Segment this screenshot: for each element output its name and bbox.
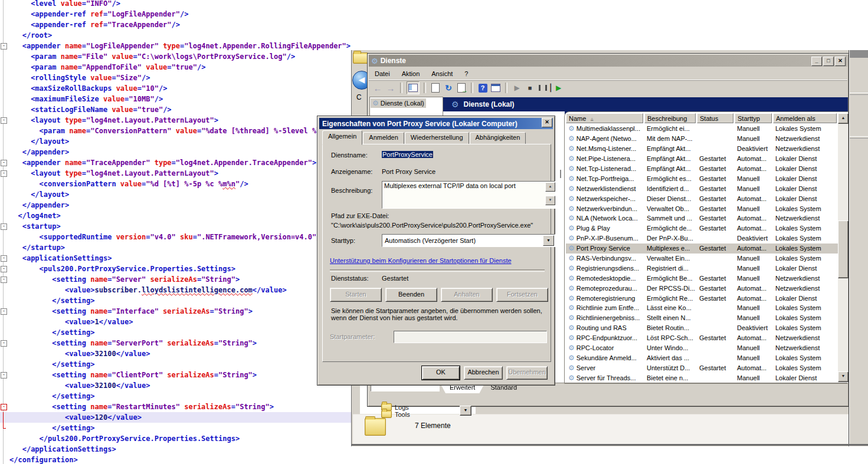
fold-marker[interactable] — [0, 444, 9, 455]
fold-marker[interactable] — [0, 285, 9, 295]
fold-marker[interactable] — [0, 41, 9, 51]
fold-marker[interactable] — [0, 253, 9, 264]
fold-marker[interactable] — [0, 391, 9, 402]
fold-marker[interactable] — [0, 9, 9, 19]
column-header-name[interactable]: Name ▲ — [566, 113, 643, 123]
fold-marker[interactable] — [0, 380, 9, 391]
fold-marker[interactable] — [0, 126, 9, 136]
fold-marker[interactable] — [0, 242, 9, 253]
fold-marker[interactable] — [0, 73, 9, 83]
abbrechen-button[interactable]: Abbrechen — [464, 366, 503, 380]
fold-marker[interactable] — [0, 338, 9, 348]
table-row[interactable]: ⚙Remoteregistrierung Ermöglicht Re... Ge… — [566, 293, 838, 303]
dienstname-value[interactable]: PortProxyService — [382, 151, 433, 158]
beschreibung-textarea[interactable]: Multiplexes external TCP/IP data on loca… — [382, 181, 555, 209]
combo-dropdown-icon[interactable]: ▼ — [543, 235, 554, 246]
table-row[interactable]: ⚙Net.Msmq-Listener... Empfängt Akt... De… — [566, 144, 838, 154]
menu-item[interactable]: Datei — [369, 69, 396, 78]
starten-button[interactable]: Starten — [330, 288, 382, 302]
column-header-status[interactable]: Status — [697, 113, 733, 123]
scroll-up-icon[interactable]: ▲ — [545, 182, 555, 192]
minimize-button[interactable]: _ — [811, 57, 822, 66]
refresh-icon[interactable]: ↻ — [443, 83, 454, 93]
fold-marker[interactable] — [0, 402, 9, 412]
vertical-scrollbar[interactable]: ▲ ▼ — [838, 113, 847, 382]
fold-marker[interactable] — [0, 30, 9, 41]
column-header-anmelden-als[interactable]: Anmelden als — [773, 113, 837, 123]
pause-service-icon[interactable] — [538, 83, 548, 93]
folder-row[interactable]: Tools — [381, 410, 410, 418]
dialog-titlebar[interactable]: Eigenschaften von Port Proxy Service (Lo… — [319, 118, 553, 129]
maximize-button[interactable]: □ — [823, 57, 834, 66]
scroll-down-icon[interactable]: ▼ — [545, 196, 555, 205]
fold-marker[interactable] — [0, 423, 9, 433]
table-row[interactable]: ⚙Remoteprozedurau... Der RPCSS-Di... Ges… — [566, 283, 838, 293]
services-titlebar[interactable]: ⚙ Dienste _ □ ✕ — [369, 55, 847, 67]
fold-marker[interactable] — [0, 327, 9, 338]
fold-marker[interactable] — [0, 348, 9, 359]
table-row[interactable]: ⚙Netzwerklistendienst Identifiziert d...… — [566, 183, 838, 193]
table-row[interactable]: ⚙Sekundäre Anmeld... Aktiviert das ... M… — [566, 353, 838, 363]
dropdown-arrow-icon[interactable]: ▼ — [460, 406, 471, 416]
fold-marker[interactable] — [0, 136, 9, 147]
table-row[interactable]: ⚙Port Proxy Service Multiplexes e... Ges… — [566, 243, 838, 254]
fold-marker[interactable] — [0, 317, 9, 327]
close-button[interactable]: ✕ — [835, 57, 846, 66]
fold-marker[interactable] — [0, 232, 9, 242]
table-row[interactable]: ⚙Server für Threads... Bietet eine n... … — [566, 373, 838, 383]
code-line[interactable]: </configuration> — [0, 455, 868, 464]
table-row[interactable]: ⚙Netzwerkspeicher-... Dieser Dienst... G… — [566, 193, 838, 203]
table-row[interactable]: ⚙NLA (Network Loca... Sammelt und ... Ge… — [566, 213, 838, 223]
fold-marker[interactable] — [0, 115, 9, 126]
fold-marker[interactable] — [0, 83, 9, 94]
table-row[interactable]: ⚙Netzwerkverbindun... Verwaltet Ob... Ge… — [566, 203, 838, 213]
table-row[interactable]: ⚙Net.Pipe-Listenera... Empfängt Akt... G… — [566, 154, 838, 164]
starttyp-combobox[interactable]: Automatisch (Verzögerter Start) ▼ — [382, 234, 555, 247]
fold-marker[interactable] — [0, 200, 9, 210]
startoptions-link[interactable]: Unterstützung beim Konfigurieren der Sta… — [330, 257, 512, 264]
extended-view-icon[interactable] — [490, 83, 501, 93]
fold-marker[interactable] — [0, 189, 9, 200]
scroll-up-icon[interactable]: ▲ — [838, 113, 849, 124]
table-row[interactable]: ⚙RPC-Endpunktzuor... Löst RPC-Sch... Ges… — [566, 333, 838, 343]
anhalten-button[interactable]: Anhalten — [441, 288, 493, 302]
restart-service-icon[interactable]: ▶ — [551, 83, 561, 93]
scrollbar-thumb[interactable] — [838, 221, 849, 278]
uebernehmen-button[interactable]: Übernehmen — [506, 366, 548, 380]
menu-item[interactable]: ? — [458, 69, 474, 78]
help-icon[interactable]: ? — [477, 83, 488, 93]
table-row[interactable]: ⚙Registrierungsdiens... Registriert di..… — [566, 263, 838, 273]
column-header-beschreibung[interactable]: Beschreibung — [644, 113, 696, 123]
table-row[interactable]: ⚙Plug & Play Ermöglicht de... Gestartet … — [566, 223, 838, 233]
forward-icon[interactable]: → — [385, 83, 396, 93]
scroll-down-icon[interactable]: ▼ — [838, 371, 849, 382]
column-header-starttyp[interactable]: Starttyp — [735, 113, 772, 123]
table-row[interactable]: ⚙NAP-Agent (Netwo... Mit dem NAP-... Man… — [566, 134, 838, 144]
fold-marker[interactable] — [0, 264, 9, 274]
fold-marker[interactable] — [0, 295, 9, 306]
fold-marker[interactable] — [0, 51, 9, 62]
fold-marker[interactable] — [0, 19, 9, 30]
beenden-button[interactable]: Beenden — [385, 288, 437, 302]
dialog-tab[interactable]: Allgemein — [322, 130, 362, 145]
table-row[interactable]: ⚙Net.Tcp-Portfreiga... Ermöglicht es... … — [566, 173, 838, 183]
tree-item-dienste-lokal[interactable]: ⚙ Dienste (Lokal) — [371, 98, 426, 108]
start-service-icon[interactable]: ▶ — [512, 83, 522, 93]
fold-marker[interactable] — [0, 157, 9, 168]
menu-item[interactable]: Aktion — [396, 69, 426, 78]
code-line[interactable]: <appender-ref ref="LogFileAppender"/> — [0, 9, 868, 19]
fold-marker[interactable] — [0, 147, 9, 157]
table-row[interactable]: ⚙PnP-X-IP-Busenum... Der PnP-X-Bu... Dea… — [566, 233, 838, 243]
fold-marker[interactable] — [0, 455, 9, 464]
show-console-tree-icon[interactable] — [407, 81, 420, 94]
fortsetzen-button[interactable]: Fortsetzen — [496, 288, 548, 302]
fold-marker[interactable] — [0, 179, 9, 189]
fold-marker[interactable] — [0, 94, 9, 104]
code-line[interactable]: <level value="INFO"/> — [0, 0, 868, 9]
code-line[interactable]: </root> — [0, 30, 868, 41]
table-row[interactable]: ⚙Net.Tcp-Listenerad... Empfängt Akt... G… — [566, 164, 838, 174]
export-list-icon[interactable]: → — [456, 83, 467, 93]
fold-marker[interactable] — [0, 433, 9, 444]
code-line[interactable]: <appender-ref ref="TraceAppender"/> — [0, 19, 868, 30]
properties-icon[interactable] — [430, 83, 441, 93]
